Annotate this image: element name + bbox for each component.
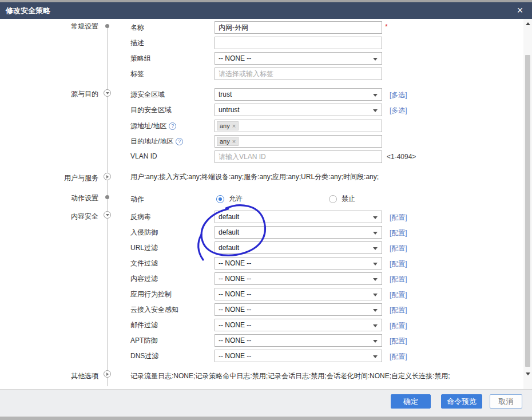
help-icon[interactable]: ? <box>169 122 176 130</box>
policy-group-select[interactable]: -- NONE -- <box>215 52 382 65</box>
configure-link[interactable]: [配置] <box>390 244 407 253</box>
help-icon[interactable]: ? <box>176 138 183 145</box>
policy-group-row: 策略组 -- NONE -- <box>0 52 532 66</box>
tag-row: 标签 <box>0 68 532 81</box>
file-filter-label: 文件过滤 <box>130 259 158 268</box>
vlan-row: VLAN ID <1-4094> <box>0 150 532 164</box>
dst-zone-multiselect-link[interactable]: [多选] <box>390 106 407 116</box>
dialog-titlebar: 修改安全策略 × <box>0 2 532 19</box>
file-filter-select[interactable]: -- NONE -- <box>215 257 382 270</box>
selected-value: -- NONE -- <box>219 275 251 283</box>
name-label: 名称 <box>130 23 144 33</box>
user-service-summary: 用户:any;接入方式:any;终端设备:any;服务:any;应用:any;U… <box>130 172 379 182</box>
chevron-right-icon <box>106 175 109 179</box>
dialog-body: 常规设置 源与目的 用户与服务 动作设置 内容安全 其他选项 名称 * 描述 策… <box>0 19 532 389</box>
scrollbar <box>523 19 532 389</box>
mail-filter-select[interactable]: -- NONE -- <box>215 319 382 331</box>
chevron-down-icon <box>373 324 378 327</box>
name-row: 名称 * <box>0 21 532 35</box>
configure-link[interactable]: [配置] <box>390 290 407 300</box>
dst-zone-row: 目的安全区域 untrust [多选] <box>0 104 532 117</box>
selected-value: default <box>219 213 239 221</box>
ok-button[interactable]: 确定 <box>391 394 431 409</box>
deny-radio-label: 禁止 <box>342 194 355 204</box>
app-behavior-select[interactable]: -- NONE -- <box>215 288 382 300</box>
chevron-down-icon <box>373 109 378 112</box>
file-filter-row: 文件过滤 -- NONE -- [配置] <box>0 257 532 271</box>
configure-link[interactable]: [配置] <box>390 321 407 331</box>
scrollbar-thumb[interactable] <box>525 55 530 367</box>
expand-toggle-other[interactable] <box>104 370 111 378</box>
ips-label: 入侵防御 <box>130 228 158 237</box>
app-behavior-label: 应用行为控制 <box>130 290 172 299</box>
vlan-input[interactable] <box>215 150 382 163</box>
apt-defense-label: APT防御 <box>130 336 157 346</box>
vlan-label: VLAN ID <box>130 152 157 160</box>
configure-link[interactable]: [配置] <box>390 336 407 346</box>
action-label: 动作 <box>130 195 144 204</box>
dst-zone-select[interactable]: untrust <box>215 104 382 116</box>
selected-value: -- NONE -- <box>219 259 251 267</box>
dns-filter-label: DNS过滤 <box>130 351 158 361</box>
content-filter-select[interactable]: -- NONE -- <box>215 272 382 285</box>
configure-link[interactable]: [配置] <box>390 352 407 362</box>
radio-unselected-icon <box>329 195 337 203</box>
src-zone-multiselect-link[interactable]: [多选] <box>390 90 407 100</box>
cloud-access-row: 云接入安全感知 -- NONE -- [配置] <box>0 303 532 317</box>
cancel-button[interactable]: 取消 <box>490 394 522 409</box>
section-label-other: 其他选项 <box>6 371 98 381</box>
selected-value: -- NONE -- <box>219 321 251 329</box>
dst-address-row: 目的地址/地区 ? any × <box>0 135 532 149</box>
tag-input[interactable] <box>215 68 382 80</box>
policy-group-label: 策略组 <box>130 54 151 64</box>
expand-toggle-user-service[interactable] <box>104 173 111 180</box>
radio-selected-icon <box>216 195 224 203</box>
configure-link[interactable]: [配置] <box>390 275 407 284</box>
ips-select[interactable]: default <box>215 226 382 239</box>
selected-value: default <box>219 228 239 236</box>
src-address-row: 源地址/地区 ? any × <box>0 120 532 133</box>
url-filter-select[interactable]: default <box>215 241 382 254</box>
src-zone-row: 源安全区域 trust [多选] <box>0 88 532 102</box>
allow-radio-label: 允许 <box>229 194 243 204</box>
required-asterisk: * <box>385 23 388 31</box>
src-zone-select[interactable]: trust <box>215 88 382 101</box>
window-bottom-strip <box>0 417 532 420</box>
cloud-access-select[interactable]: -- NONE -- <box>215 303 382 316</box>
chip-remove-icon[interactable]: × <box>232 122 236 129</box>
other-options-summary: 记录流量日志:NONE;记录策略命中日志:禁用;记录会话日志:禁用;会话老化时间… <box>130 371 450 381</box>
configure-link[interactable]: [配置] <box>390 259 407 269</box>
description-input[interactable] <box>215 37 382 49</box>
dns-filter-row: DNS过滤 -- NONE -- [配置] <box>0 350 532 363</box>
close-icon[interactable]: × <box>514 4 526 17</box>
dns-filter-select[interactable]: -- NONE -- <box>215 350 382 362</box>
command-preview-button[interactable]: 命令预览 <box>441 394 482 409</box>
selected-value: -- NONE -- <box>219 54 251 62</box>
antivirus-select[interactable]: default <box>215 211 382 223</box>
name-input[interactable] <box>215 21 382 34</box>
configure-link[interactable]: [配置] <box>390 306 407 315</box>
apt-defense-select[interactable]: -- NONE -- <box>215 334 382 347</box>
antivirus-row: 反病毒 default [配置] <box>0 211 532 224</box>
vlan-range-hint: <1-4094> <box>387 153 416 161</box>
chevron-down-icon <box>373 355 378 358</box>
dst-address-label: 目的地址/地区 ? <box>130 137 183 146</box>
allow-radio[interactable]: 允许 <box>216 194 243 204</box>
scroll-up-icon[interactable] <box>526 22 530 25</box>
src-address-input[interactable]: any × <box>215 120 382 132</box>
chevron-down-icon <box>373 247 378 250</box>
content-filter-label: 内容过滤 <box>130 274 158 284</box>
action-row: 动作 允许 禁止 <box>0 193 532 207</box>
deny-radio[interactable]: 禁止 <box>329 194 355 204</box>
tag-label: 标签 <box>130 69 144 79</box>
cloud-access-label: 云接入安全感知 <box>130 305 178 315</box>
chip-remove-icon[interactable]: × <box>232 138 236 145</box>
chevron-down-icon <box>373 294 378 296</box>
dialog-title: 修改安全策略 <box>6 2 50 19</box>
configure-link[interactable]: [配置] <box>390 228 407 238</box>
configure-link[interactable]: [配置] <box>390 213 407 223</box>
selected-value: -- NONE -- <box>219 306 251 314</box>
dst-address-input[interactable]: any × <box>215 135 382 148</box>
scroll-down-icon[interactable] <box>526 373 530 375</box>
selected-value: default <box>219 244 239 252</box>
